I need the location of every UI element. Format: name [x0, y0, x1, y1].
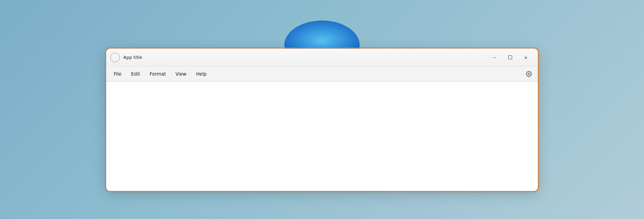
menu-item-file[interactable]: File: [109, 69, 126, 79]
window-container: App title File Edit Format: [106, 49, 538, 191]
menu-item-format[interactable]: Format: [145, 69, 171, 79]
close-icon: [524, 55, 528, 60]
minimize-icon: [493, 55, 496, 60]
content-area: [106, 81, 538, 191]
desktop: App title File Edit Format: [0, 0, 644, 219]
gear-icon: [526, 71, 532, 77]
window-controls: [486, 52, 534, 63]
close-button[interactable]: [518, 52, 534, 63]
svg-point-0: [528, 73, 530, 75]
window-title: App title: [123, 55, 486, 60]
app-window: App title File Edit Format: [106, 49, 538, 191]
maximize-icon: [508, 55, 512, 59]
settings-button[interactable]: [523, 68, 535, 80]
app-icon: [110, 53, 120, 62]
minimize-button[interactable]: [486, 52, 502, 63]
maximize-button[interactable]: [502, 52, 518, 63]
menu-item-edit[interactable]: Edit: [126, 69, 145, 79]
menu-item-help[interactable]: Help: [191, 69, 211, 79]
menu-item-view[interactable]: View: [171, 69, 191, 79]
title-bar: App title: [106, 49, 538, 66]
menu-bar: File Edit Format View Help: [106, 66, 538, 81]
